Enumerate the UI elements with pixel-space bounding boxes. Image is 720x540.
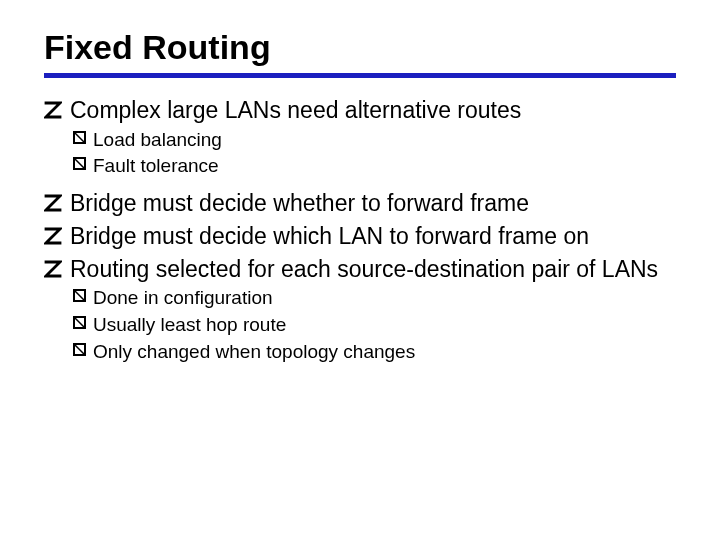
sub-bullet-group: Load balancing Fault tolerance	[72, 127, 676, 179]
bullet-level1: Bridge must decide whether to forward fr…	[44, 189, 676, 218]
box-bullet-icon	[72, 342, 87, 357]
bullet-level2: Load balancing	[72, 127, 676, 153]
bullet-level1: Complex large LANs need alternative rout…	[44, 96, 676, 125]
bullet-text: Bridge must decide which LAN to forward …	[70, 222, 676, 251]
box-bullet-icon	[72, 315, 87, 330]
z-bullet-icon	[44, 194, 62, 212]
bullet-level2: Done in configuration	[72, 285, 676, 311]
bullet-level1: Routing selected for each source-destina…	[44, 255, 676, 284]
bullet-level2: Only changed when topology changes	[72, 339, 676, 365]
sub-bullet-group: Done in configuration Usually least hop …	[72, 285, 676, 364]
svg-line-3	[74, 158, 85, 169]
svg-line-9	[74, 344, 85, 355]
bullet-text: Bridge must decide whether to forward fr…	[70, 189, 676, 218]
bullet-level1: Bridge must decide which LAN to forward …	[44, 222, 676, 251]
sub-bullet-text: Only changed when topology changes	[93, 339, 676, 365]
bullet-level2: Usually least hop route	[72, 312, 676, 338]
sub-bullet-text: Usually least hop route	[93, 312, 676, 338]
sub-bullet-text: Done in configuration	[93, 285, 676, 311]
z-bullet-icon	[44, 227, 62, 245]
svg-line-7	[74, 317, 85, 328]
title-underline	[44, 73, 676, 78]
bullet-text: Complex large LANs need alternative rout…	[70, 96, 676, 125]
bullet-text: Routing selected for each source-destina…	[70, 255, 676, 284]
svg-line-1	[74, 132, 85, 143]
slide-body: Complex large LANs need alternative rout…	[44, 96, 676, 364]
z-bullet-icon	[44, 260, 62, 278]
sub-bullet-text: Fault tolerance	[93, 153, 676, 179]
sub-bullet-text: Load balancing	[93, 127, 676, 153]
slide: Fixed Routing Complex large LANs need al…	[0, 0, 720, 540]
box-bullet-icon	[72, 156, 87, 171]
z-bullet-icon	[44, 101, 62, 119]
box-bullet-icon	[72, 288, 87, 303]
svg-line-5	[74, 290, 85, 301]
slide-title: Fixed Routing	[44, 28, 676, 67]
box-bullet-icon	[72, 130, 87, 145]
bullet-level2: Fault tolerance	[72, 153, 676, 179]
